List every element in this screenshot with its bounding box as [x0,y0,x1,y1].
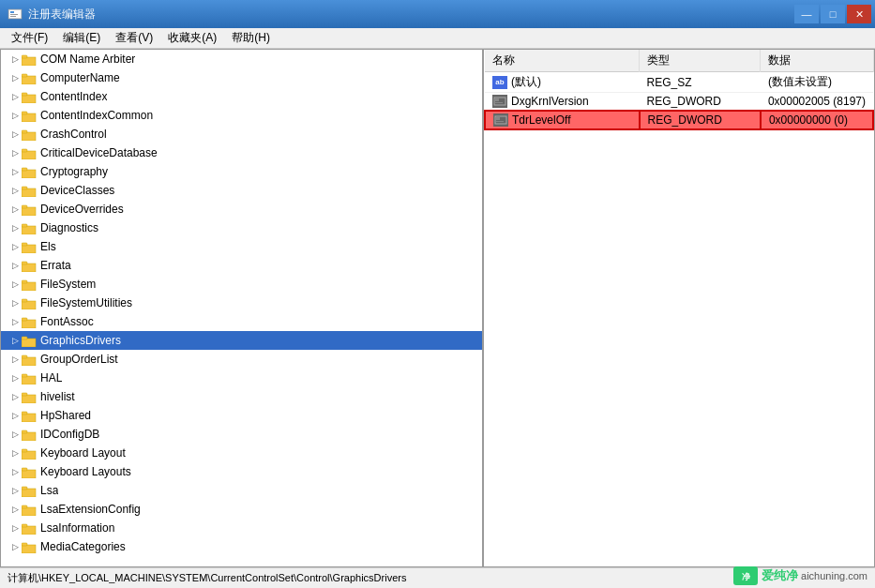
tree-item-font-assoc[interactable]: ▷ FontAssoc [1,312,482,331]
svg-rect-48 [22,449,27,452]
svg-rect-41 [22,395,36,403]
folder-icon [22,353,37,366]
tree-item-diagnostics[interactable]: ▷ Diagnostics [1,219,482,237]
svg-rect-17 [22,170,36,178]
tree-item-content-index-common[interactable]: ▷ ContentIndexCommon [1,106,482,125]
row-name-default: (默认) [511,74,541,90]
svg-rect-23 [22,226,36,234]
status-path: 计算机\HKEY_LOCAL_MACHINE\SYSTEM\CurrentCon… [8,571,406,585]
menu-help[interactable]: 帮助(H) [224,28,278,48]
minimize-button[interactable]: — [794,5,819,23]
row-type-tdr: REG_DWORD [640,111,761,129]
folder-icon [22,259,37,272]
svg-rect-10 [22,93,27,96]
close-button[interactable]: ✕ [847,5,871,23]
col-data[interactable]: 数据 [761,50,873,72]
tree-label: ComputerName [40,71,120,84]
svg-rect-25 [22,245,36,253]
tree-label: FileSystem [40,278,96,291]
main-container: ▷ COM Name Arbiter ▷ ComputerName ▷ [0,49,875,567]
svg-rect-43 [22,414,36,422]
svg-rect-13 [22,132,36,141]
tree-pane[interactable]: ▷ COM Name Arbiter ▷ ComputerName ▷ [1,50,484,566]
tree-label: LsaExtensionConfig [40,503,141,516]
table-row-selected[interactable]: TdrLevelOff REG_DWORD 0x00000000 (0) [485,111,873,129]
tree-item-hp-shared[interactable]: ▷ HpShared [1,406,482,425]
window-title: 注册表编辑器 [28,7,96,23]
tree-label: hivelist [40,390,75,403]
svg-rect-34 [22,318,27,321]
tree-label: HpShared [40,409,91,422]
tree-item-lsa-extension-config[interactable]: ▷ LsaExtensionConfig [1,500,482,519]
tree-item-crash-control[interactable]: ▷ CrashControl [1,125,482,143]
menu-favorites[interactable]: 收藏夹(A) [160,28,224,48]
tree-item-keyboard-layout[interactable]: ▷ Keyboard Layout [1,444,482,462]
folder-icon [22,428,37,441]
title-buttons: — □ ✕ [794,5,871,23]
tree-item-com-name-arbiter[interactable]: ▷ COM Name Arbiter [1,50,482,68]
tree-item-media-categories[interactable]: ▷ MediaCategories [1,537,482,556]
folder-icon [22,540,37,553]
watermark: 净 爱纯净 aichuning.com [732,565,867,586]
svg-rect-38 [22,355,27,358]
tree-label: FontAssoc [40,315,94,328]
title-bar-left: 注册表编辑器 [8,7,96,23]
folder-icon [22,446,37,460]
tree-item-lsa-information[interactable]: ▷ LsaInformation [1,519,482,537]
tree-label: Diagnostics [40,221,98,234]
tree-label: COM Name Arbiter [40,53,135,66]
menu-view[interactable]: 查看(V) [108,28,160,48]
row-data-default: (数值未设置) [761,72,873,93]
tree-item-critical-device-database[interactable]: ▷ CriticalDeviceDatabase [1,143,482,162]
row-name-dxg: DxgKrnlVersion [511,95,589,108]
menu-edit[interactable]: 编辑(E) [55,28,108,48]
tree-label: GroupOrderList [40,353,118,366]
tree-item-device-classes[interactable]: ▷ DeviceClasses [1,181,482,200]
tree-item-graphics-drivers[interactable]: ▷ GraphicsDrivers [1,331,482,350]
tree-label: Lsa [40,484,58,497]
tree-item-computer-name[interactable]: ▷ ComputerName [1,68,482,87]
tree-item-content-index[interactable]: ▷ ContentIndex [1,87,482,106]
table-row[interactable]: DxgKrnlVersion REG_DWORD 0x00002005 (819… [485,93,873,112]
svg-rect-39 [22,376,36,384]
folder-icon [22,109,37,122]
folder-icon [22,203,37,216]
tree-item-device-overrides[interactable]: ▷ DeviceOverrides [1,200,482,219]
tree-item-keyboard-layouts[interactable]: ▷ Keyboard Layouts [1,462,482,481]
svg-rect-14 [22,130,27,133]
tree-item-hal[interactable]: ▷ HAL [1,369,482,387]
menu-file[interactable]: 文件(F) [4,28,55,48]
expand-icon: ▷ [8,390,22,403]
tree-label: ContentIndexCommon [40,109,153,122]
folder-icon [22,240,37,253]
row-data-dxg: 0x00002005 (8197) [761,93,873,112]
tree-item-id-config-db[interactable]: ▷ IDConfigDB [1,425,482,444]
tree-item-cryptography[interactable]: ▷ Cryptography [1,162,482,181]
tree-item-els[interactable]: ▷ Els [1,237,482,256]
tree-item-file-system[interactable]: ▷ FileSystem [1,275,482,294]
folder-icon [22,503,37,516]
svg-rect-53 [22,507,36,516]
tree-item-group-order-list[interactable]: ▷ GroupOrderList [1,350,482,369]
expand-icon: ▷ [8,165,22,178]
expand-icon: ▷ [8,521,22,535]
svg-rect-6 [22,55,27,58]
status-bar: 计算机\HKEY_LOCAL_MACHINE\SYSTEM\CurrentCon… [0,567,875,588]
tree-label: CriticalDeviceDatabase [40,146,158,159]
tree-item-hivelist[interactable]: ▷ hivelist [1,387,482,406]
right-pane[interactable]: 名称 类型 数据 ab (默认) REG_SZ (数值未设置) [484,50,874,566]
watermark-site: aichuning.com [801,570,867,581]
tree-item-errata[interactable]: ▷ Errata [1,256,482,275]
folder-icon [22,165,37,178]
svg-rect-11 [22,113,36,122]
table-row[interactable]: ab (默认) REG_SZ (数值未设置) [485,72,873,93]
maximize-button[interactable]: □ [821,5,845,23]
tree-item-file-system-utilities[interactable]: ▷ FileSystemUtilities [1,294,482,312]
svg-rect-58 [22,543,27,546]
col-name[interactable]: 名称 [485,50,640,72]
expand-icon: ▷ [8,465,22,478]
tree-item-lsa[interactable]: ▷ Lsa [1,481,482,500]
expand-icon: ▷ [8,184,22,197]
expand-icon: ▷ [8,428,22,441]
col-type[interactable]: 类型 [640,50,761,72]
